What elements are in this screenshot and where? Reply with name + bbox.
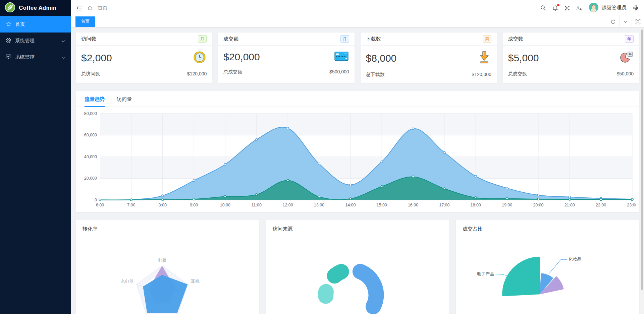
stat-footer-label: 总访问数	[81, 71, 100, 77]
sidebar-item-home[interactable]: 首页	[0, 16, 71, 33]
stat-footer-label: 总成交数	[508, 71, 527, 77]
refresh-icon[interactable]	[607, 16, 619, 27]
pie-icon: %	[620, 51, 633, 65]
bell-icon[interactable]	[552, 5, 558, 11]
traffic-trend-chart: 020,00040,00060,00080,0006:007:008:009:0…	[76, 107, 639, 212]
bottom-cards-row: 转化率 电脑耳机充电器 访问来源 成交占比 电子产品化妆品	[75, 220, 639, 314]
sidebar-item-label: 系统管理	[15, 38, 35, 44]
scrollbar-thumb[interactable]	[641, 29, 643, 290]
svg-text:15:00: 15:00	[377, 203, 387, 207]
svg-text:20:00: 20:00	[533, 203, 543, 207]
stat-cards-row: 访问数 月 $2,000	[75, 32, 639, 83]
stat-card-visits: 访问数 月 $2,000	[75, 32, 212, 83]
card-title: 访问来源	[266, 220, 449, 237]
svg-text:60,000: 60,000	[84, 133, 97, 137]
tab-controls	[607, 16, 644, 27]
deal-share-chart: 电子产品化妆品	[456, 237, 639, 314]
notification-dot	[557, 4, 559, 6]
sidebar-item-system-monitor[interactable]: 系统监控	[0, 49, 71, 65]
svg-text:40,000: 40,000	[84, 154, 97, 159]
gear-icon	[6, 38, 11, 44]
monitor-icon	[6, 54, 11, 61]
svg-text:7:00: 7:00	[127, 203, 135, 207]
stat-footer-value: $120,000	[187, 71, 207, 77]
svg-text:6:00: 6:00	[96, 203, 104, 207]
stat-footer-value: $50,000	[616, 71, 634, 77]
username: 超级管理员	[601, 5, 627, 11]
stat-card-downloads: 下载数 周 $8,000	[360, 32, 497, 83]
stat-value: $2,000	[81, 52, 112, 64]
svg-text:9:00: 9:00	[190, 203, 198, 207]
svg-text:12:00: 12:00	[282, 203, 293, 207]
clock-icon	[193, 51, 206, 65]
avatar	[589, 3, 598, 13]
conversion-rate-card: 转化率 电脑耳机充电器	[75, 220, 259, 314]
expand-icon[interactable]	[632, 16, 644, 27]
donut-chart-svg	[266, 237, 449, 314]
sidebar: Coffee Admin 首页 系统管理	[0, 0, 71, 314]
visit-sources-chart	[266, 237, 449, 314]
main-area: 首页	[71, 0, 644, 314]
breadcrumb: 首页	[98, 5, 107, 11]
stat-card-title: 成交数	[508, 36, 523, 42]
svg-text:16:00: 16:00	[408, 203, 418, 207]
period-badge: 月	[198, 35, 207, 43]
svg-text:化妆品: 化妆品	[569, 257, 582, 262]
stat-card-turnover: 成交额 月 $20,000	[218, 32, 355, 83]
sidebar-item-label: 首页	[15, 21, 25, 27]
chevron-down-icon	[61, 55, 65, 60]
traffic-trend-card: 流量趋势 访问量 020,00040,00060,00080,0006:007:…	[75, 91, 639, 212]
home-icon	[6, 21, 11, 28]
svg-text:23:00: 23:00	[627, 203, 636, 207]
svg-text:22:00: 22:00	[596, 203, 606, 207]
fullscreen-icon[interactable]	[565, 5, 570, 11]
translate-icon[interactable]: 文 A	[576, 5, 583, 11]
tab-home[interactable]: 首页	[75, 16, 95, 27]
svg-text:充电器: 充电器	[120, 279, 133, 284]
card-title: 成交占比	[456, 220, 639, 237]
period-badge: 周	[483, 35, 491, 43]
tab-traffic-trend[interactable]: 流量趋势	[85, 91, 105, 107]
svg-text:19:00: 19:00	[502, 203, 512, 207]
svg-text:电脑: 电脑	[158, 258, 166, 263]
rose-pie-chart-svg: 电子产品化妆品	[456, 237, 639, 314]
svg-text:10:00: 10:00	[220, 203, 230, 207]
svg-text:17:00: 17:00	[439, 203, 449, 207]
trend-tabs: 流量趋势 访问量	[76, 91, 639, 107]
menu-fold-icon[interactable]	[76, 5, 82, 11]
visit-sources-card: 访问来源	[266, 220, 449, 314]
period-badge: 月	[340, 35, 349, 43]
topbar-actions: 文 A 超级管理员	[540, 3, 639, 13]
stat-value: $8,000	[366, 53, 397, 64]
chevron-down-icon[interactable]	[619, 16, 632, 27]
svg-text:14:00: 14:00	[345, 203, 356, 207]
sidebar-item-label: 系统监控	[15, 54, 35, 60]
svg-text:20,000: 20,000	[84, 176, 97, 181]
svg-text:11:00: 11:00	[252, 203, 262, 207]
stat-card-deals: 成交数 年 $5,000 %	[502, 32, 639, 83]
svg-text:%: %	[629, 53, 632, 56]
period-badge: 年	[625, 35, 634, 43]
sidebar-item-system-admin[interactable]: 系统管理	[0, 33, 71, 49]
page-content: 访问数 月 $2,000	[71, 27, 644, 314]
search-icon[interactable]	[540, 5, 546, 11]
stat-card-title: 访问数	[81, 36, 96, 42]
tab-visit-volume[interactable]: 访问量	[117, 91, 132, 107]
credit-card-icon	[334, 51, 348, 63]
conversion-radar-chart: 电脑耳机充电器	[76, 237, 259, 314]
svg-text:耳机: 耳机	[191, 279, 200, 284]
svg-text:80,000: 80,000	[84, 111, 97, 116]
stat-value: $20,000	[223, 51, 260, 63]
spring-leaf-logo-icon	[5, 2, 15, 14]
app-logo: Coffee Admin	[0, 0, 71, 16]
breadcrumb-home-icon[interactable]	[87, 5, 93, 11]
app-title: Coffee Admin	[19, 5, 56, 11]
area-chart-svg: 020,00040,00060,00080,0006:007:008:009:0…	[79, 110, 636, 209]
vertical-scrollbar[interactable]	[640, 27, 644, 314]
svg-text:18:00: 18:00	[471, 203, 481, 207]
gear-icon[interactable]	[633, 5, 639, 11]
svg-text:A: A	[580, 8, 582, 11]
svg-text:8:00: 8:00	[159, 203, 167, 207]
user-menu[interactable]: 超级管理员	[589, 3, 627, 13]
svg-text:电子产品: 电子产品	[477, 271, 494, 276]
